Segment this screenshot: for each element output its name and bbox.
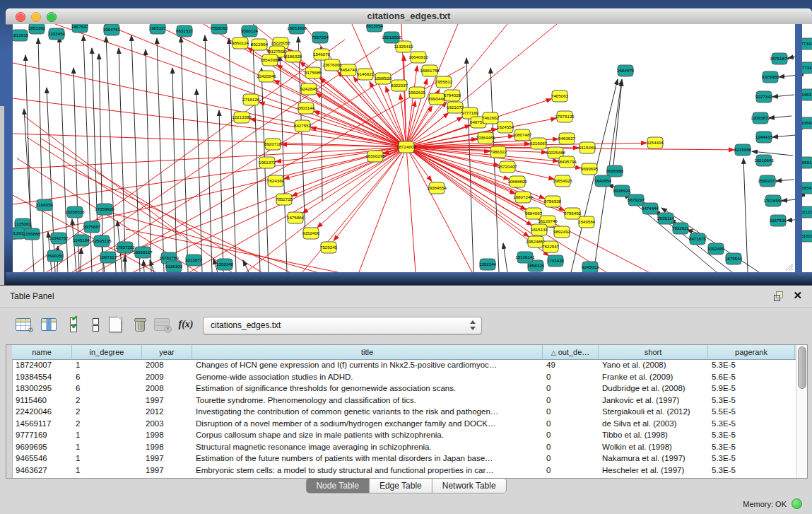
network-node[interactable]: 1853392 [28,24,46,34]
network-node[interactable]: 19654923 [553,175,572,187]
scrollbar-thumb[interactable] [798,346,806,389]
network-node[interactable]: 12093872 [751,112,770,124]
network-node[interactable]: 1562615 [408,87,426,98]
network-node[interactable]: 1867317 [100,252,117,263]
delete-column-icon[interactable] [130,315,148,334]
network-node[interactable]: 2166059 [36,199,54,211]
network-node[interactable]: 9975887 [83,221,101,233]
network-node[interactable]: 3175685 [305,67,322,78]
network-node[interactable]: 8631527 [176,25,194,37]
network-node[interactable]: 1679544 [725,253,743,264]
network-node[interactable]: 22420046 [257,71,276,82]
network-node[interactable]: 15136141 [515,252,535,263]
network-node[interactable]: 1664879 [617,65,635,76]
network-node[interactable]: 1733426 [547,255,565,267]
network-node[interactable]: 9245012 [582,262,599,272]
network-node[interactable]: 1640954 [594,175,612,187]
network-node[interactable]: 7462662 [482,112,500,124]
network-node[interactable]: 2718126 [242,94,260,105]
network-node[interactable]: 18543982 [260,54,280,66]
network-node[interactable]: 9329968 [762,71,779,83]
network-node[interactable]: 2935114 [657,213,674,224]
network-node[interactable]: 9756928 [544,196,562,207]
network-node[interactable]: 16958107 [133,247,153,258]
network-node[interactable]: 9560124 [241,25,259,37]
network-node[interactable]: 17016504 [763,195,783,206]
table-row[interactable]: 1456911722003Disruption of a novel membe… [12,418,796,430]
network-node[interactable]: 6679297 [628,194,645,206]
network-node[interactable]: 9892492 [553,226,571,238]
network-node[interactable]: 12342757 [49,233,69,244]
network-node[interactable]: 17957253 [115,242,135,253]
network-node[interactable]: 1961372 [259,157,276,168]
network-node[interactable]: 7852725 [276,194,293,205]
network-node[interactable]: 2640050 [47,250,64,262]
network-node[interactable]: 1145194 [73,235,90,246]
column-header-short[interactable]: short [599,345,708,359]
network-node[interactable]: 18807249 [513,192,533,203]
column-header-year[interactable]: year [142,345,192,359]
table-row[interactable]: 946554611997Estimation of the future num… [12,452,796,465]
network-node[interactable]: 7955812 [435,76,453,88]
network-node[interactable]: 8186328 [285,51,302,62]
network-node[interactable]: 1675864 [287,212,305,223]
network-node[interactable]: 15720407 [498,161,517,173]
network-node[interactable]: 1615132 [531,224,548,235]
network-node[interactable]: 8322037 [391,80,408,91]
network-node[interactable]: 9115460 [579,142,596,153]
network-node[interactable]: 1624554 [497,122,514,133]
table-row[interactable]: 946362711997Embryonic stem cells: a mode… [12,465,796,477]
network-node[interactable]: 20206536 [65,206,85,218]
network-canvas[interactable]: 1872400718300295986012489129541822605891… [13,24,812,272]
network-node[interactable]: 16961758 [420,65,440,76]
network-node[interactable]: 9795492 [564,208,582,219]
network-node[interactable]: 7557224 [312,32,329,43]
network-node[interactable]: 8813054 [366,24,384,32]
network-node[interactable]: 1156868 [23,228,40,240]
network-node[interactable]: 20364456 [476,132,495,144]
network-node[interactable]: 17975125 [555,111,575,122]
network-node[interactable]: 8454749 [340,64,358,76]
network-node[interactable]: 8912954 [251,39,269,50]
network-node[interactable]: 1549584 [578,216,596,228]
network-node[interactable]: 7522547 [542,241,560,252]
network-node[interactable]: 12505135 [92,235,112,247]
network-node[interactable]: 18495794 [557,156,577,168]
window-titlebar[interactable]: citations_edges.txt [6,8,812,25]
network-node[interactable]: 15218506 [382,32,401,43]
table-row[interactable]: 1872400712008Changes of HCN gene express… [12,359,796,371]
network-node[interactable]: 1985327 [149,24,167,34]
network-node[interactable]: 1013877 [185,255,203,266]
network-node[interactable]: 15751874 [770,53,789,64]
column-header-in_degree[interactable]: in_degree [72,345,142,359]
tab-edge-table[interactable]: Edge Table [370,479,433,493]
network-node[interactable]: 16053809 [287,24,307,34]
network-node[interactable]: 7986322 [490,146,507,158]
network-node[interactable]: 8938924 [613,185,631,197]
network-node[interactable]: 17359928 [95,204,114,215]
table-row[interactable]: 1938455462009Genome-wide association stu… [12,371,796,383]
network-node[interactable]: 1867547 [71,24,89,33]
network-node[interactable]: 1092450 [707,243,725,255]
network-node[interactable]: 9474444 [642,203,659,214]
network-node[interactable]: 2803144 [298,103,315,114]
column-header-pagerank[interactable]: pagerank [708,345,795,359]
float-panel-icon[interactable] [774,291,784,301]
tab-network-table[interactable]: Network Table [433,479,506,493]
network-node[interactable]: 6216067 [530,138,548,149]
network-node[interactable]: 16640910 [408,52,428,63]
network-node[interactable]: 8696988 [606,165,624,177]
table-row[interactable]: 969969511998Structural magnetic resonanc… [12,441,796,453]
network-node[interactable]: 7485063 [551,90,569,102]
close-panel-icon[interactable]: ✕ [793,289,802,302]
network-node[interactable]: 18724007 [396,141,416,153]
network-node[interactable]: 8471676 [689,233,707,245]
column-header-name[interactable]: name [12,345,72,359]
network-node[interactable]: 8427552 [294,120,312,132]
table-selector-dropdown[interactable]: citations_edges.txt [203,317,482,334]
column-header-title[interactable]: title [192,345,543,359]
network-node[interactable]: 1292344 [479,259,497,270]
column-visibility-icon[interactable] [40,315,58,334]
network-node[interactable]: 1244415 [755,132,773,143]
table-vertical-scrollbar[interactable] [796,345,807,478]
